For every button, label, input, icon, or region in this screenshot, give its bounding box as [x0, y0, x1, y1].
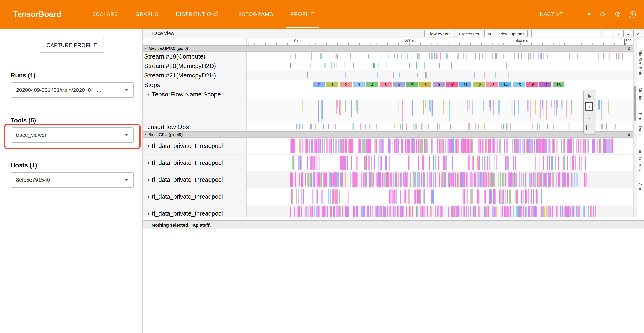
collapse-icon[interactable]: ▾ [145, 46, 147, 50]
row-label-text: TensorFlow Ops [144, 123, 189, 130]
side-tab-metrics[interactable]: Metrics [638, 88, 643, 101]
step-block[interactable]: 4 [366, 81, 379, 88]
trace-view-title: Trace View [151, 31, 174, 36]
help-icon[interactable]: ? [629, 11, 636, 18]
step-block[interactable]: 0 [313, 81, 326, 88]
select-tool-button[interactable] [585, 92, 593, 101]
tab-graphs[interactable]: GRAPHS [127, 0, 167, 29]
trace-events[interactable] [247, 138, 633, 154]
tab-histograms[interactable]: HISTOGRAMS [228, 0, 282, 29]
step-block[interactable]: 1 [326, 81, 339, 88]
capture-profile-button[interactable]: CAPTURE PROFILE [40, 38, 104, 53]
step-block[interactable]: 12 [472, 81, 485, 88]
hosts-dropdown[interactable]: 8efc5e791540 [11, 172, 134, 188]
trace-track[interactable] [247, 90, 633, 99]
trace-track[interactable] [247, 188, 633, 205]
step-block[interactable]: 15 [512, 81, 525, 88]
step-block[interactable]: 14 [499, 81, 512, 88]
close-icon[interactable]: X [627, 132, 630, 137]
step-block[interactable]: 16 [526, 81, 538, 88]
trace-track[interactable] [247, 138, 633, 154]
step-block[interactable]: 7 [406, 81, 418, 88]
hosts-value: 8efc5e791540 [16, 177, 50, 183]
collapse-icon[interactable]: ▾ [148, 194, 149, 199]
collapse-icon[interactable]: ▾ [148, 178, 149, 182]
trace-track[interactable] [247, 122, 633, 131]
zoom-tool-button[interactable]: + [585, 102, 593, 111]
trace-track[interactable] [247, 61, 633, 70]
pan-tool-button[interactable]: ↓ [585, 112, 593, 122]
step-block[interactable]: 11 [459, 81, 472, 88]
trace-events[interactable] [247, 70, 633, 80]
gear-icon[interactable]: ⚙ [614, 11, 621, 18]
side-tab-file-size-stats[interactable]: File Size Stats [638, 50, 643, 76]
collapse-icon[interactable]: ▾ [148, 144, 149, 148]
collapse-icon[interactable]: ▾ [148, 161, 149, 165]
m-button[interactable]: M [484, 30, 494, 37]
main-layout: CAPTURE PROFILE Runs (1) 20200409-231431… [0, 29, 644, 333]
collapse-icon[interactable]: ▾ [148, 92, 149, 96]
vertical-scrollbar[interactable] [633, 38, 636, 217]
trace-events[interactable] [247, 154, 633, 171]
trace-events[interactable] [247, 122, 633, 131]
step-block[interactable]: 17 [539, 81, 552, 88]
skip-button[interactable]: » [624, 30, 632, 37]
prev-button[interactable]: ← [604, 30, 612, 37]
side-tab-alerts[interactable]: Alerts [638, 183, 643, 194]
step-block[interactable]: 18 [552, 81, 565, 88]
trace-row: ▾tf_data_private_threadpool [142, 154, 633, 172]
runs-dropdown[interactable]: 20200409-231431/train/2020_04_... [11, 82, 134, 98]
trace-events[interactable] [247, 99, 633, 122]
ruler-label: 200 ms [405, 39, 417, 43]
detail-panel-header: Nothing selected. Tap stuff. [142, 220, 644, 229]
tab-distributions[interactable]: DISTRIBUTIONS [167, 0, 228, 29]
tab-scalars[interactable]: SCALARS [84, 0, 127, 29]
step-block[interactable]: 13 [486, 81, 498, 88]
trace-row [142, 99, 633, 122]
trace-track[interactable] [247, 172, 633, 188]
collapse-icon[interactable]: ▾ [145, 133, 147, 136]
trace-events[interactable] [247, 205, 633, 217]
close-icon[interactable]: X [627, 46, 630, 51]
hosts-label: Hosts (1) [11, 162, 142, 168]
tools-value: trace_viewer [16, 132, 46, 138]
trace-track[interactable] [247, 52, 633, 60]
process-section-header: ▾/host:CPU (pid 49)X [142, 132, 633, 138]
trace-track[interactable] [247, 154, 633, 171]
next-button[interactable]: → [614, 30, 622, 37]
processes-button[interactable]: Processes [456, 30, 482, 37]
step-block[interactable]: 6 [393, 81, 406, 88]
trace-row: Steps0123456789101112131415161718 [142, 80, 633, 90]
trace-row: Stream #19(Compute) [142, 52, 633, 61]
step-block[interactable]: 9 [432, 81, 445, 88]
side-tab-frame-data[interactable]: Frame Data [638, 113, 643, 135]
scrollbar-thumb[interactable] [634, 86, 636, 121]
timeline-ruler[interactable]: 0 ms200 ms400 ms600 [247, 38, 633, 45]
tools-dropdown[interactable]: trace_viewer [11, 127, 134, 142]
side-tab-input-latency[interactable]: Input Latency [638, 146, 643, 172]
trace-events[interactable] [247, 61, 633, 70]
step-block[interactable]: 3 [353, 81, 366, 88]
runs-label: Runs (1) [11, 72, 142, 79]
flow-events-button[interactable]: Flow events [424, 30, 454, 37]
trace-search-input[interactable] [531, 30, 600, 37]
status-dropdown[interactable]: INACTIVE ▼ [538, 10, 592, 19]
tab-profile[interactable]: PROFILE [282, 0, 323, 29]
trace-track[interactable]: 0123456789101112131415161718 [247, 80, 633, 89]
trace-track[interactable] [247, 70, 633, 80]
step-block[interactable]: 8 [419, 81, 432, 88]
tools-label: Tools (5) [11, 117, 142, 124]
trace-track[interactable] [247, 99, 633, 122]
collapse-icon[interactable]: ▾ [148, 212, 149, 216]
trace-track[interactable] [247, 205, 633, 217]
help-button[interactable]: ? [633, 30, 642, 37]
step-block[interactable]: 10 [446, 81, 458, 88]
step-block[interactable]: 2 [339, 81, 352, 88]
trace-events[interactable] [247, 52, 633, 60]
trace-events[interactable] [247, 188, 633, 205]
trace-events[interactable] [247, 172, 633, 188]
view-options-button[interactable]: View Options [496, 30, 528, 37]
step-block[interactable]: 5 [379, 81, 392, 88]
timing-tool-button[interactable]: ↔ [585, 123, 593, 132]
refresh-icon[interactable]: ⟳ [600, 11, 606, 18]
